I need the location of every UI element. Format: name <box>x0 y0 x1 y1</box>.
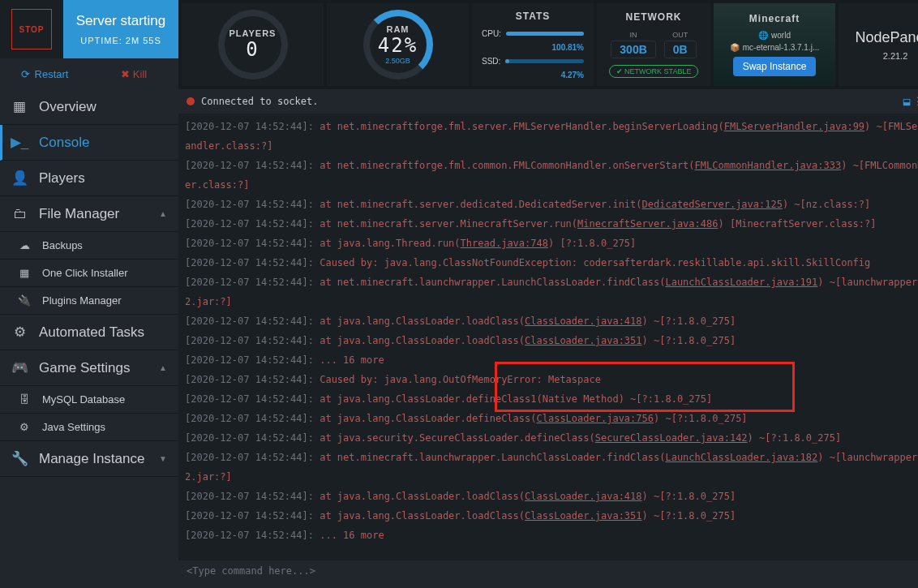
gear-icon: ⚙ <box>16 421 32 433</box>
user-icon: 👤 <box>11 170 28 187</box>
log-line: [2020-12-07 14:52:44]: at net.minecraft.… <box>185 448 918 487</box>
network-out: 0B <box>664 41 697 58</box>
status-bar: Connected to socket. ⬓ ☰ ?⃝ <box>178 89 918 114</box>
sidebar-item-backups[interactable]: ☁ Backups <box>0 232 178 260</box>
stop-button[interactable]: STOP <box>11 9 52 49</box>
sidebar-item-players[interactable]: 👤 Players <box>0 161 178 196</box>
chevron-down-icon: ▼ <box>159 454 167 463</box>
ssd-value: 4.27% <box>561 71 584 79</box>
terminal-icon: ▶_ <box>11 134 28 151</box>
ram-percent: 42% <box>378 34 418 57</box>
network-in: 300B <box>611 41 655 58</box>
log-line: [2020-12-07 14:52:44]: at net.minecraftf… <box>185 156 918 195</box>
sidebar-item-file-manager[interactable]: 🗀 File Manager ▲ <box>0 196 178 232</box>
log-line: [2020-12-07 14:52:44]: at net.minecraftf… <box>185 117 918 156</box>
sidebar-item-one-click-installer[interactable]: ▦ One Click Installer <box>0 260 178 287</box>
command-input[interactable]: <Type command here...> <box>178 560 918 588</box>
log-line: [2020-12-07 14:52:44]: at java.lang.Clas… <box>185 389 918 409</box>
log-line: [2020-12-07 14:52:44]: at net.minecraft.… <box>185 195 918 214</box>
log-line: [2020-12-07 14:52:44]: at java.lang.Thre… <box>185 234 918 253</box>
swap-instance-button[interactable]: Swap Instance <box>733 57 817 76</box>
close-icon: ✖ <box>121 68 130 80</box>
brand-name: NodePanel2 <box>855 29 918 46</box>
gear-icon: ⚙ <box>11 324 28 341</box>
log-line: [2020-12-07 14:52:44]: at java.lang.Clas… <box>185 409 918 428</box>
network-status-badge: ✔ NETWORK STABLE <box>609 65 699 78</box>
database-icon: 🗄 <box>16 393 32 406</box>
ram-gauge: RAM 42% 2.50GB <box>327 3 469 86</box>
brand-tile: NodePanel2 2.21.2 <box>839 3 918 86</box>
uptime-text: UPTIME: 2M 55S <box>80 36 161 45</box>
log-line: [2020-12-07 14:52:44]: at net.minecraft.… <box>185 273 918 311</box>
stats-tile: STATS CPU: 100.81% SSD: 4.27% <box>472 3 594 86</box>
log-line: [2020-12-07 14:52:44]: Caused by: java.l… <box>185 253 918 273</box>
gamepad-icon: 🎮 <box>11 359 28 376</box>
log-line: [2020-12-07 14:52:44]: ... 16 more <box>185 350 918 370</box>
layout-icon[interactable]: ⬓ <box>903 95 910 108</box>
topbar: PLAYERS 0 RAM 42% 2.50GB STATS CPU: 100.… <box>178 0 918 89</box>
connection-dot-icon <box>187 97 195 105</box>
sidebar-item-manage-instance[interactable]: 🔧 Manage Instance ▼ <box>0 441 178 477</box>
sidebar-item-java-settings[interactable]: ⚙ Java Settings <box>0 414 178 441</box>
console-output[interactable]: [2020-12-07 14:52:44]: at net.minecraftf… <box>178 114 918 560</box>
players-count: 0 <box>246 38 259 61</box>
log-line: [2020-12-07 14:52:44]: Caused by: java.l… <box>185 370 918 389</box>
sidebar-item-automated-tasks[interactable]: ⚙ Automated Tasks <box>0 315 178 350</box>
grid-icon: ▦ <box>16 267 32 279</box>
cloud-icon: ☁ <box>16 239 32 251</box>
chevron-up-icon: ▲ <box>159 209 167 218</box>
ram-gb: 2.50GB <box>385 57 410 65</box>
globe-icon: 🌐 <box>758 31 768 40</box>
log-line: [2020-12-07 14:52:44]: at java.lang.Clas… <box>185 506 918 526</box>
cpu-value: 100.81% <box>552 43 584 52</box>
sidebar-item-mysql-database[interactable]: 🗄 MySQL Database <box>0 386 178 414</box>
sidebar-item-game-settings[interactable]: 🎮 Game Settings ▲ <box>0 350 178 386</box>
log-line: [2020-12-07 14:52:44]: at java.lang.Clas… <box>185 331 918 350</box>
wrench-icon: 🔧 <box>11 450 28 467</box>
package-icon: 📦 <box>730 43 740 52</box>
sidebar-item-plugins-manager[interactable]: 🔌 Plugins Manager <box>0 287 178 315</box>
sidebar-item-console[interactable]: ▶_ Console <box>0 125 178 161</box>
plug-icon: 🔌 <box>16 294 32 307</box>
connection-status-text: Connected to socket. <box>201 96 319 107</box>
instance-tile: Minecraft 🌐world 📦mc-eternal-1.3.7.1.j..… <box>714 3 835 86</box>
log-line: [2020-12-07 14:52:44]: at net.minecraft.… <box>185 214 918 234</box>
restart-button[interactable]: ⟳ Restart <box>0 58 89 89</box>
sidebar-item-overview[interactable]: ▦ Overview <box>0 89 178 125</box>
log-line: [2020-12-07 14:52:44]: at java.lang.Clas… <box>185 311 918 331</box>
server-status-panel: Server starting UPTIME: 2M 55S <box>63 0 178 58</box>
log-line: [2020-12-07 14:52:44]: at java.lang.Clas… <box>185 487 918 506</box>
brand-version: 2.21.2 <box>883 51 908 61</box>
network-tile: NETWORK IN 300B OUT 0B ✔ NETWORK STABLE <box>597 3 710 86</box>
grid-icon: ▦ <box>11 98 28 115</box>
sidebar: STOP Server starting UPTIME: 2M 55S ⟳ Re… <box>0 0 178 588</box>
chevron-up-icon: ▲ <box>159 363 167 372</box>
players-gauge: PLAYERS 0 <box>182 3 324 86</box>
folder-icon: 🗀 <box>11 206 28 222</box>
restart-icon: ⟳ <box>21 68 30 80</box>
log-line: [2020-12-07 14:52:44]: ... 16 more <box>185 526 918 545</box>
log-line: [2020-12-07 14:52:44]: at java.security.… <box>185 428 918 448</box>
kill-button[interactable]: ✖ Kill <box>89 58 178 89</box>
server-status-text: Server starting <box>76 13 166 29</box>
